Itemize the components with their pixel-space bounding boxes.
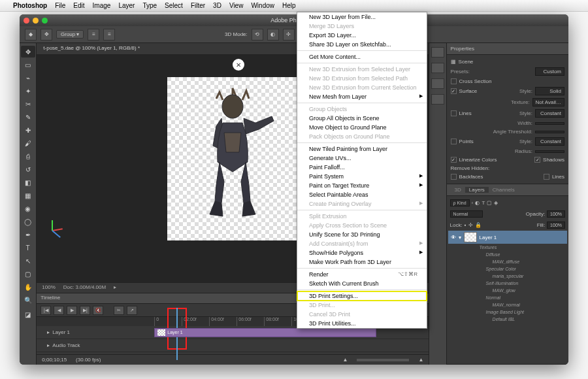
menu-item[interactable]: New Mesh from Layer [297,92,427,101]
timeline-clip[interactable]: Layer 1 [154,328,376,337]
collapse-button[interactable]: ✕ [233,59,244,71]
color-swap-icon[interactable]: ◪ [21,307,35,321]
sublayer-row[interactable]: Image Based Light [448,308,567,316]
history-brush-tool[interactable]: ↺ [21,163,35,175]
sublayer-row[interactable]: Self-Illumination [448,280,567,287]
color-panel-icon[interactable] [431,47,444,58]
lines-style-select[interactable]: Constant [535,109,564,118]
menu-item[interactable]: Unify Scene for 3D Printing [297,230,427,239]
view-menu[interactable]: View [229,2,244,9]
play-button[interactable]: ▶ [67,306,77,315]
menu-item[interactable]: Select Paintable Areas [297,190,427,199]
move-tool-icon[interactable]: ✥ [41,29,52,41]
zoom-slider[interactable] [357,359,409,361]
layers-tab[interactable]: Layers [465,187,489,193]
mac-menubar[interactable]: Photoshop File Edit Image Layer Type Sel… [0,0,588,12]
channels-tab[interactable]: Channels [489,187,519,193]
menu-item[interactable]: Render⌥⇧⌘R [297,270,427,279]
texture-select[interactable]: Not Avail… [532,98,564,107]
brush-tool[interactable]: 🖌 [21,137,35,149]
lock-position-icon[interactable]: ✢ [468,222,473,228]
layer-menu[interactable]: Layer [118,2,135,9]
3d-rotate-icon[interactable]: ⟲ [252,29,263,41]
timeline-audio-track[interactable]: ▸ Audio Track [37,339,429,352]
shape-tool[interactable]: ▢ [21,268,35,280]
zoom-out-icon[interactable]: ▲ [342,357,348,363]
menu-item[interactable]: Paint Falloff... [297,163,427,172]
filter-menu[interactable]: Filter [191,2,205,9]
3d-tab[interactable]: 3D [451,187,465,193]
lines-checkbox[interactable] [451,110,457,116]
menu-item[interactable]: Move Object to Ground Plane [297,123,427,132]
next-frame-button[interactable]: ▶| [80,306,90,315]
move-tool[interactable]: ✥ [21,46,35,58]
hand-tool[interactable]: ✋ [21,281,35,293]
backfaces-checkbox[interactable] [451,174,457,180]
menu-item[interactable]: Make Work Path from 3D Layer [297,257,427,267]
3d-pan-icon[interactable]: ✢ [283,29,295,41]
file-menu[interactable]: File [55,2,65,9]
fill-input[interactable]: 100% [547,222,565,229]
chevron-right-icon[interactable]: ▸ [47,342,50,348]
type-tool[interactable]: T [21,242,35,254]
zoom-window-button[interactable] [42,18,48,24]
dodge-tool[interactable]: ◯ [21,216,35,227]
properties-tab[interactable]: Properties [451,46,474,52]
styles-panel-icon[interactable] [431,94,444,105]
filter-adjust-icon[interactable]: ◐ [475,200,480,206]
crop-tool[interactable]: ✂ [21,98,35,110]
split-button[interactable]: ✂ [114,306,124,315]
adjustments-panel-icon[interactable] [431,78,444,89]
align-icon-2[interactable]: ≡ [103,29,115,41]
filter-type-icon[interactable]: T [482,200,485,206]
marquee-tool[interactable]: ▭ [21,59,35,71]
menu-item[interactable]: Share 3D Layer on Sketchfab... [297,40,427,49]
healing-tool[interactable]: ✚ [21,124,35,136]
timecode[interactable]: 0;00;10;15 [42,357,67,363]
sublayer-row[interactable]: Specular Color [448,265,567,272]
pen-tool[interactable]: ✒ [21,229,35,240]
lines2-checkbox[interactable] [544,174,549,180]
minimize-window-button[interactable] [33,18,39,24]
menu-item[interactable]: Show/Hide Polygons [297,248,427,257]
sublayer-row[interactable]: maria_specular [448,272,567,280]
canvas-document[interactable] [167,77,298,240]
presets-select[interactable]: Custom [535,67,564,76]
sublayer-row[interactable]: MAW_normal [448,301,567,308]
path-tool[interactable]: ↖ [21,255,35,267]
surface-style-select[interactable]: Solid [535,87,564,95]
filter-smart-icon[interactable]: ◈ [494,200,498,206]
chevron-down-icon[interactable]: ▾ [459,235,461,240]
shadows-checkbox[interactable] [534,157,540,163]
goto-first-button[interactable]: |◀ [41,306,51,315]
transition-button[interactable]: ↗ [127,306,137,315]
width-input[interactable] [535,122,564,125]
sublayer-row[interactable]: Diffuse [448,251,567,258]
menu-item[interactable]: Get More Content... [297,52,427,61]
kind-filter[interactable]: ρ Kind [450,199,470,206]
3d-roll-icon[interactable]: ◐ [267,29,279,41]
filter-pixel-icon[interactable]: ▫ [472,200,474,206]
radius-input[interactable] [535,150,564,153]
audio-mute-button[interactable]: 🔇 [93,306,103,315]
zoom-level[interactable]: 100% [42,284,55,291]
chevron-right-icon[interactable]: ▸ [47,329,50,335]
visibility-icon[interactable]: 👁 [451,235,456,240]
sublayer-row[interactable]: Normal [448,294,567,301]
blend-mode-select[interactable]: Normal [450,210,483,218]
3d-menu[interactable]: 3D [213,2,221,9]
sublayer-row[interactable]: MAW_glow [448,287,567,294]
points-style-select[interactable]: Constant [535,137,564,146]
sublayer-row[interactable]: Textures [448,244,567,251]
menu-item[interactable]: 3D Print Utilities... [297,319,427,328]
blur-tool[interactable]: ◉ [21,203,35,214]
lock-pixels-icon[interactable]: ▪ [465,222,466,228]
3d-model-figure[interactable] [174,84,291,234]
3d-dropdown-menu[interactable]: New 3D Layer from File...Merge 3D Layers… [297,12,427,329]
help-menu[interactable]: Help [282,2,296,9]
layer-thumbnail[interactable] [464,232,477,242]
menu-item[interactable]: Paint on Target Texture [297,181,427,190]
linearize-checkbox[interactable] [451,157,457,163]
zoom-in-icon[interactable]: ▲ [418,357,423,363]
window-menu[interactable]: Window [251,2,274,9]
